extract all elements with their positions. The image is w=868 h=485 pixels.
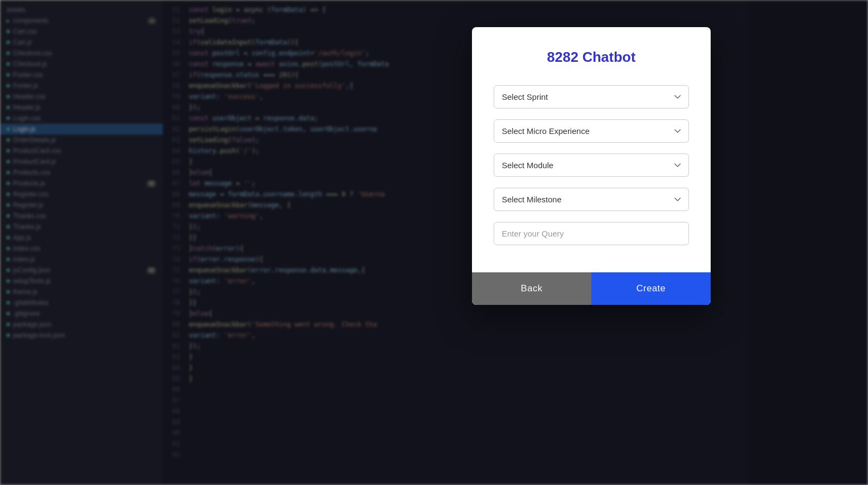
sprint-select[interactable]: Select Sprint Sprint 1 Sprint 2 Sprint 3 [494,85,689,109]
micro-experience-form-group: Select Micro Experience Experience 1 Exp… [494,119,689,143]
query-input[interactable] [494,222,689,245]
modal-footer: Back Create [472,272,711,305]
chatbot-modal: 8282 Chatbot Select Sprint Sprint 1 Spri… [472,27,711,305]
module-form-group: Select Module Module 1 Module 2 [494,154,689,177]
modal-overlay [0,0,868,485]
sprint-form-group: Select Sprint Sprint 1 Sprint 2 Sprint 3 [494,85,689,109]
modal-body: 8282 Chatbot Select Sprint Sprint 1 Spri… [472,27,711,272]
back-button[interactable]: Back [472,272,591,305]
query-form-group [494,222,689,245]
create-button[interactable]: Create [591,272,711,305]
milestone-select[interactable]: Select Milestone Milestone 1 Milestone 2 [494,188,689,211]
micro-experience-select[interactable]: Select Micro Experience Experience 1 Exp… [494,119,689,143]
module-select[interactable]: Select Module Module 1 Module 2 [494,154,689,177]
modal-title: 8282 Chatbot [494,49,689,66]
milestone-form-group: Select Milestone Milestone 1 Milestone 2 [494,188,689,211]
